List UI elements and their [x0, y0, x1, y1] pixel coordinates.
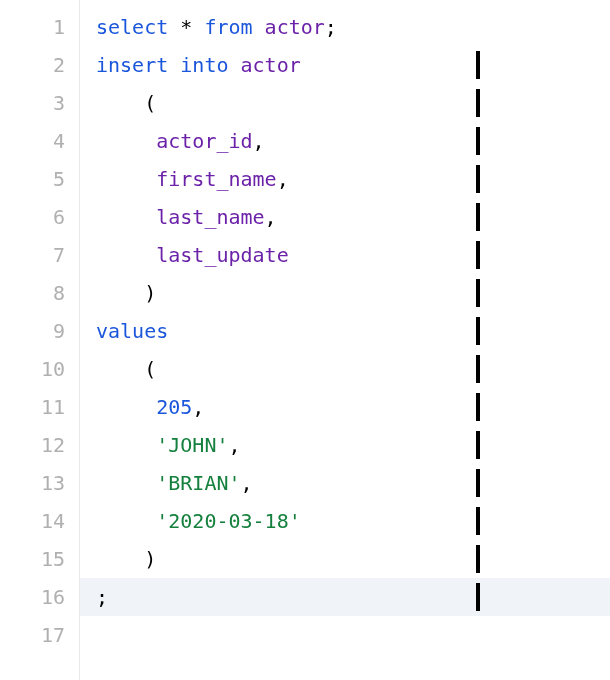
text-cursor	[476, 431, 480, 459]
code-token-str: 'JOHN'	[156, 433, 228, 457]
code-line[interactable]: (	[96, 84, 610, 122]
code-token-str: '2020-03-18'	[156, 509, 301, 533]
code-token-num: 205	[156, 395, 192, 419]
code-token-punct: ,	[192, 395, 204, 419]
code-token-punct: ,	[253, 129, 265, 153]
code-token-str: 'BRIAN'	[156, 471, 240, 495]
code-token-plain	[168, 53, 180, 77]
line-number: 2	[8, 46, 65, 84]
code-token-plain	[96, 395, 156, 419]
line-number: 4	[8, 122, 65, 160]
text-cursor	[476, 127, 480, 155]
text-cursor	[476, 545, 480, 573]
code-token-plain	[96, 281, 144, 305]
code-line[interactable]: last_name,	[96, 198, 610, 236]
code-token-plain	[228, 53, 240, 77]
code-token-plain	[96, 509, 156, 533]
line-number: 9	[8, 312, 65, 350]
line-number: 6	[8, 198, 65, 236]
line-number: 1	[8, 8, 65, 46]
text-cursor	[476, 583, 480, 611]
code-line[interactable]: 'BRIAN',	[96, 464, 610, 502]
code-token-punct: ,	[228, 433, 240, 457]
code-line[interactable]: first_name,	[96, 160, 610, 198]
line-number: 3	[8, 84, 65, 122]
code-token-punct: ;	[96, 585, 108, 609]
line-number: 12	[8, 426, 65, 464]
line-number: 13	[8, 464, 65, 502]
code-token-ident: last_update	[156, 243, 288, 267]
code-token-plain	[96, 471, 156, 495]
line-number: 7	[8, 236, 65, 274]
code-token-punct: (	[144, 91, 156, 115]
line-number: 16	[8, 578, 65, 616]
code-line[interactable]: values	[96, 312, 610, 350]
code-token-kw: from	[204, 15, 252, 39]
code-line[interactable]: 205,	[96, 388, 610, 426]
text-cursor	[476, 393, 480, 421]
code-token-plain	[253, 15, 265, 39]
text-cursor	[476, 51, 480, 79]
line-number: 8	[8, 274, 65, 312]
code-token-kw: select	[96, 15, 168, 39]
text-cursor	[476, 241, 480, 269]
code-line[interactable]: select * from actor;	[96, 8, 610, 46]
code-token-plain	[96, 205, 156, 229]
line-number-gutter: 1234567891011121314151617	[0, 0, 80, 680]
code-token-ident: actor	[241, 53, 301, 77]
code-line[interactable]: )	[96, 274, 610, 312]
line-number: 5	[8, 160, 65, 198]
code-line[interactable]: (	[96, 350, 610, 388]
code-token-kw: into	[180, 53, 228, 77]
code-line[interactable]: actor_id,	[96, 122, 610, 160]
code-line[interactable]: insert into actor	[96, 46, 610, 84]
text-cursor	[476, 469, 480, 497]
text-cursor	[476, 317, 480, 345]
code-line[interactable]: 'JOHN',	[96, 426, 610, 464]
code-token-plain	[168, 15, 180, 39]
code-token-ident: last_name	[156, 205, 264, 229]
line-number: 11	[8, 388, 65, 426]
code-token-punct: )	[144, 547, 156, 571]
line-number: 14	[8, 502, 65, 540]
code-token-punct: ,	[241, 471, 253, 495]
code-token-plain	[96, 129, 156, 153]
code-token-punct: (	[144, 357, 156, 381]
code-line[interactable]: )	[96, 540, 610, 578]
code-token-plain	[96, 243, 156, 267]
code-line[interactable]: ;	[80, 578, 610, 616]
text-cursor	[476, 165, 480, 193]
code-editor[interactable]: 1234567891011121314151617 select * from …	[0, 0, 610, 680]
text-cursor	[476, 355, 480, 383]
code-token-ident: actor	[265, 15, 325, 39]
code-token-punct: ,	[265, 205, 277, 229]
code-token-plain	[96, 91, 144, 115]
text-cursor	[476, 507, 480, 535]
line-number: 15	[8, 540, 65, 578]
code-token-ident: first_name	[156, 167, 276, 191]
code-token-punct: )	[144, 281, 156, 305]
code-token-kw: values	[96, 319, 168, 343]
code-line[interactable]: last_update	[96, 236, 610, 274]
line-number: 17	[8, 616, 65, 654]
code-content-area[interactable]: select * from actor;insert into actor ( …	[80, 0, 610, 680]
line-number: 10	[8, 350, 65, 388]
code-token-plain	[192, 15, 204, 39]
text-cursor	[476, 203, 480, 231]
code-line[interactable]: '2020-03-18'	[96, 502, 610, 540]
code-token-ident: actor_id	[156, 129, 252, 153]
code-token-punct: ,	[277, 167, 289, 191]
text-cursor	[476, 279, 480, 307]
code-token-plain	[96, 167, 156, 191]
code-token-plain	[96, 433, 156, 457]
code-line[interactable]	[96, 616, 610, 654]
code-token-plain	[96, 357, 144, 381]
code-token-plain	[96, 547, 144, 571]
code-token-kw: insert	[96, 53, 168, 77]
text-cursor	[476, 89, 480, 117]
code-token-punct: ;	[325, 15, 337, 39]
code-token-star: *	[180, 15, 192, 39]
